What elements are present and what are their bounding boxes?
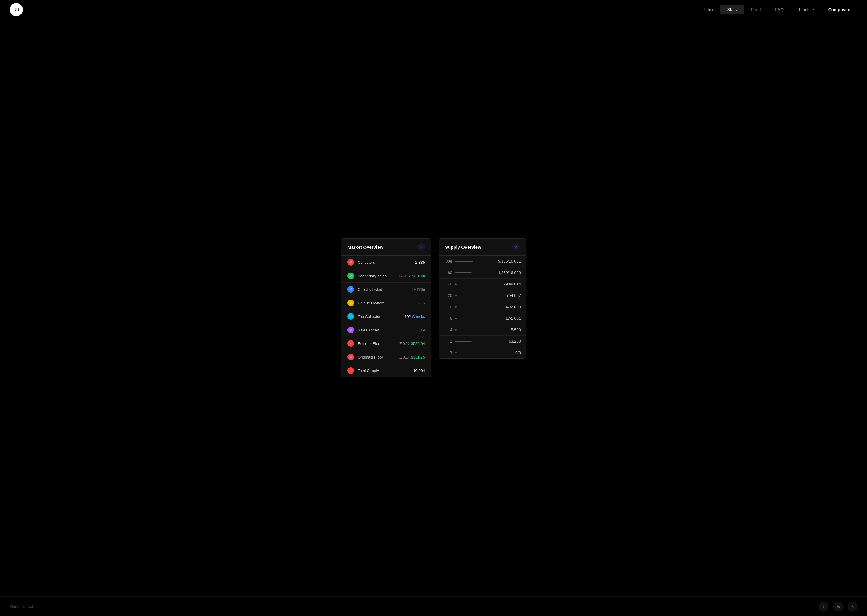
cards-wrapper: Market Overview ✓ ✕Collectors2,835✓Secon…: [341, 238, 526, 377]
market-row-4: ✓Top Collector192 Checks: [341, 310, 431, 323]
opensea-icon[interactable]: ◎: [833, 602, 843, 611]
supply-row-6: 45/500: [439, 324, 526, 336]
market-row-label-3: Unique Owners: [358, 301, 414, 305]
supply-row-7: 163/250: [439, 336, 526, 347]
twitter-icon[interactable]: 𝕏: [848, 602, 858, 611]
supply-bar-wrapper-4: [455, 306, 491, 308]
supply-edition-1: 80: [444, 270, 452, 275]
footer-icons: ↓◎𝕏: [819, 602, 858, 611]
supply-bar-wrapper-8: [455, 352, 491, 354]
market-row-label-4: Top Collector: [358, 314, 401, 319]
market-row-3: ✓Unique Owners28%: [341, 296, 431, 310]
supply-row-3: 20254/4,007: [439, 290, 526, 302]
supply-bar-1: [455, 272, 472, 273]
market-row-label-2: Checks Listed: [358, 287, 408, 292]
nav-link-faq[interactable]: FAQ: [768, 5, 791, 14]
market-row-value-8: 10,204: [413, 368, 425, 373]
supply-verified-icon: ✓: [514, 245, 518, 249]
logo-text: UU: [13, 7, 19, 12]
market-row-value-0: 2,835: [415, 260, 425, 265]
supply-dot-5: [455, 317, 457, 319]
market-row-5: ✓Sales Today14: [341, 323, 431, 337]
supply-verified-badge: ✓: [512, 244, 520, 251]
market-row-icon-0: ✕: [347, 259, 354, 266]
supply-edition-4: 10: [444, 305, 452, 309]
supply-edition-5: 5: [444, 316, 452, 321]
market-row-label-5: Sales Today: [358, 328, 417, 332]
market-rows: ✕Collectors2,835✓Secondary salesΞ 85.1k …: [341, 256, 431, 377]
market-row-value-5: 14: [421, 328, 425, 332]
market-verified-icon: ✓: [420, 245, 423, 249]
market-overview-title: Market Overview: [347, 245, 383, 250]
supply-bar-wrapper-7: [455, 341, 491, 342]
market-row-value-2: 99 (1%): [411, 287, 425, 292]
supply-bar-wrapper-3: [455, 295, 491, 296]
market-row-label-6: Editions Floor: [358, 341, 396, 346]
nav-link-timeline[interactable]: Timeline: [791, 5, 821, 14]
market-row-1: ✓Secondary salesΞ 85.1k $198.19m: [341, 269, 431, 283]
supply-dot-8: [455, 352, 457, 354]
market-row-0: ✕Collectors2,835: [341, 256, 431, 269]
nav-links: IntroStatsFeedFAQTimelineComposite: [697, 5, 858, 14]
market-row-icon-7: ✓: [347, 354, 354, 360]
supply-bar-0: [455, 261, 473, 262]
market-row-icon-3: ✓: [347, 300, 354, 306]
supply-bar-wrapper-0: [455, 261, 491, 262]
supply-bar-wrapper-6: [455, 329, 491, 330]
supply-value-1: 4,369/16,029: [494, 270, 521, 275]
supply-value-7: 63/250: [494, 339, 521, 344]
supply-value-8: 0/3: [494, 350, 521, 355]
nav-link-composite[interactable]: Composite: [821, 5, 858, 14]
supply-bar-7: [455, 341, 472, 342]
supply-edition-6: 4: [444, 328, 452, 332]
supply-value-6: 5/500: [494, 328, 521, 332]
supply-row-4: 1047/2,003: [439, 302, 526, 313]
market-row-value-7: Ξ 0.14 $331.75: [399, 355, 425, 360]
market-row-icon-1: ✓: [347, 272, 354, 279]
market-row-2: ✓Checks Listed99 (1%): [341, 283, 431, 296]
market-row-icon-8: ✓: [347, 367, 354, 374]
supply-bar-wrapper-5: [455, 317, 491, 319]
market-row-6: ✓Editions FloorΞ 0.22 $526.04: [341, 337, 431, 350]
logo[interactable]: UU: [9, 3, 23, 16]
supply-edition-7: 1: [444, 339, 452, 344]
main-content: Market Overview ✓ ✕Collectors2,835✓Secon…: [0, 19, 867, 596]
market-row-value-6: Ξ 0.22 $526.04: [399, 341, 425, 346]
supply-row-1: 804,369/16,029: [439, 267, 526, 278]
supply-value-4: 47/2,003: [494, 305, 521, 309]
download-icon[interactable]: ↓: [819, 602, 828, 611]
supply-value-5: 17/1,001: [494, 316, 521, 321]
supply-dot-4: [455, 306, 457, 308]
navigation: UU IntroStatsFeedFAQTimelineComposite: [0, 0, 867, 19]
supply-edition-3: 20: [444, 293, 452, 298]
supply-row-5: 517/1,001: [439, 313, 526, 324]
market-overview-header: Market Overview ✓: [341, 239, 431, 256]
market-overview-card: Market Overview ✓ ✕Collectors2,835✓Secon…: [341, 238, 431, 377]
supply-row-8: B0/3: [439, 347, 526, 358]
supply-dot-6: [455, 329, 457, 330]
supply-row-2: 40293/8,014: [439, 278, 526, 290]
market-row-value-3: 28%: [417, 301, 425, 305]
supply-overview-header: Supply Overview ✓: [439, 239, 526, 256]
supply-overview-card: Supply Overview ✓ 80e5,156/16,031804,369…: [438, 238, 526, 358]
market-row-label-8: Total Supply: [358, 368, 410, 373]
supply-edition-8: B: [444, 350, 452, 355]
supply-value-2: 293/8,014: [494, 282, 521, 286]
nav-link-intro[interactable]: Intro: [697, 5, 720, 14]
supply-edition-2: 40: [444, 282, 452, 286]
nav-link-stats[interactable]: Stats: [720, 5, 744, 14]
supply-rows: 80e5,156/16,031804,369/16,02940293/8,014…: [439, 256, 526, 358]
market-row-icon-5: ✓: [347, 327, 354, 333]
market-row-label-0: Collectors: [358, 260, 411, 265]
footer: Market Check ↓◎𝕏: [0, 596, 867, 616]
market-row-8: ✓Total Supply10,204: [341, 364, 431, 377]
market-row-label-1: Secondary sales: [358, 274, 391, 278]
supply-dot-2: [455, 283, 457, 285]
supply-bar-wrapper-1: [455, 272, 491, 273]
market-row-value-4: 192 Checks: [404, 314, 425, 319]
market-row-label-7: Originals Floor: [358, 355, 396, 360]
nav-link-feed[interactable]: Feed: [744, 5, 768, 14]
market-row-7: ✓Originals FloorΞ 0.14 $331.75: [341, 350, 431, 364]
market-row-icon-2: ✓: [347, 286, 354, 293]
market-verified-badge: ✓: [418, 244, 425, 251]
